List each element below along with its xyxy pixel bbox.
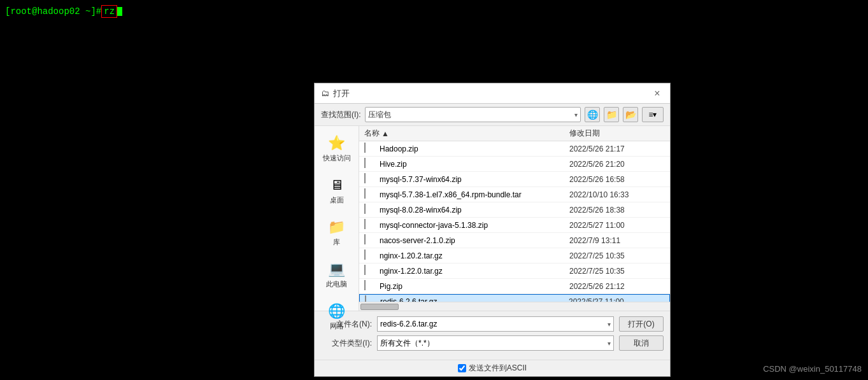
- file-date-mysql-connector: 2022/5/27 11:00: [569, 221, 665, 230]
- dialog-titlebar: 🗂 打开 ×: [315, 83, 670, 104]
- header-name: 名称 ▲: [364, 128, 569, 139]
- file-name-nacos: nacos-server-2.1.0.zip: [380, 236, 569, 245]
- library-icon: 📁: [328, 219, 345, 236]
- file-icon-pig: [364, 281, 376, 292]
- up-icon: 📁: [606, 109, 617, 120]
- file-row-mysql57win[interactable]: mysql-5.7.37-winx64.zip 2022/5/26 16:58: [359, 172, 670, 187]
- dialog-sidebar: ⭐ 快速访问 🖥 桌面 📁 库 💻 此电脑 🌐 网络: [315, 126, 359, 311]
- file-row-hive[interactable]: Hive.zip 2022/5/26 21:20: [359, 157, 670, 172]
- toolbar-new-folder-btn[interactable]: 📂: [623, 107, 638, 122]
- file-row-mysql80[interactable]: mysql-8.0.28-winx64.zip 2022/5/26 18:38: [359, 202, 670, 218]
- cancel-button[interactable]: 取消: [619, 335, 664, 351]
- horizontal-scrollbar[interactable]: [359, 302, 670, 311]
- file-icon-nginx120: [364, 250, 376, 262]
- file-row-mysql-connector[interactable]: mysql-connector-java-5.1.38.zip 2022/5/2…: [359, 218, 670, 233]
- filetype-value: 所有文件（*.*）: [380, 338, 608, 349]
- dialog-content: ⭐ 快速访问 🖥 桌面 📁 库 💻 此电脑 🌐 网络: [315, 126, 670, 311]
- dialog-footer: 发送文件到ASCII: [315, 360, 670, 376]
- open-button[interactable]: 打开(O): [619, 316, 664, 332]
- quickaccess-icon: ⭐: [328, 135, 345, 151]
- dialog-overlay: 🗂 打开 × 查找范围(I): 压缩包 ▾ 🌐 📁 📂 ≡▾: [0, 0, 868, 380]
- filename-label: 文件名(N):: [321, 319, 372, 330]
- desktop-icon: 🖥: [330, 177, 344, 194]
- toolbar-path-text: 压缩包: [368, 109, 574, 120]
- file-date-hive: 2022/5/26 21:20: [569, 160, 665, 169]
- file-dialog: 🗂 打开 × 查找范围(I): 压缩包 ▾ 🌐 📁 📂 ≡▾: [314, 83, 671, 377]
- file-name-mysql-connector: mysql-connector-java-5.1.38.zip: [380, 221, 569, 230]
- file-date-hadoop: 2022/5/26 21:17: [569, 144, 665, 153]
- file-row-nacos[interactable]: nacos-server-2.1.0.zip 2022/7/9 13:11: [359, 233, 670, 248]
- file-date-pig: 2022/5/26 21:12: [569, 282, 665, 291]
- network-icon: 🌐: [328, 303, 345, 320]
- file-name-redis: redis-6.2.6.tar.gz: [380, 297, 569, 302]
- file-icon-hive: [364, 158, 376, 170]
- filename-dropdown-arrow: ▾: [608, 321, 611, 328]
- toolbar-back-btn[interactable]: 🌐: [585, 107, 600, 122]
- new-folder-icon: 📂: [625, 109, 636, 120]
- file-name-mysql80: mysql-8.0.28-winx64.zip: [380, 206, 569, 215]
- file-date-mysql80: 2022/5/26 18:38: [569, 206, 665, 215]
- file-icon-mysql57rpm: [364, 189, 376, 201]
- toolbar-up-btn[interactable]: 📁: [604, 107, 619, 122]
- dialog-title-text: 打开: [333, 88, 350, 99]
- dialog-title: 🗂 打开: [321, 88, 350, 99]
- file-row-pig[interactable]: Pig.zip 2022/5/26 21:12: [359, 279, 670, 294]
- ascii-checkbox-text: 发送文件到ASCII: [469, 363, 527, 374]
- file-date-nginx122: 2022/7/25 10:35: [569, 267, 665, 276]
- sidebar-item-desktop[interactable]: 🖥 桌面: [318, 174, 356, 208]
- filetype-dropdown-arrow: ▾: [608, 340, 611, 347]
- dialog-toolbar: 查找范围(I): 压缩包 ▾ 🌐 📁 📂 ≡▾: [315, 104, 670, 126]
- thispc-icon: 💻: [328, 261, 345, 278]
- file-date-redis: 2022/5/27 11:00: [569, 297, 664, 302]
- filetype-input[interactable]: 所有文件（*.*） ▾: [377, 335, 614, 351]
- file-name-pig: Pig.zip: [380, 282, 569, 291]
- filename-row: 文件名(N): redis-6.2.6.tar.gz ▾ 打开(O): [321, 316, 664, 332]
- file-name-nginx120: nginx-1.20.2.tar.gz: [380, 251, 569, 260]
- ascii-checkbox-label[interactable]: 发送文件到ASCII: [458, 363, 527, 374]
- file-icon-nginx122: [364, 265, 376, 277]
- file-icon-hadoop: [364, 143, 376, 155]
- sidebar-label-desktop: 桌面: [330, 195, 344, 205]
- file-name-nginx122: nginx-1.22.0.tar.gz: [380, 267, 569, 276]
- sidebar-label-library: 库: [333, 237, 340, 247]
- dialog-filelist: 名称 ▲ 修改日期 Hadoop.zip 2022/5/26 21:17 Hiv…: [359, 126, 670, 302]
- file-row-nginx122[interactable]: nginx-1.22.0.tar.gz 2022/7/25 10:35: [359, 264, 670, 279]
- header-date: 修改日期: [569, 128, 665, 139]
- hscroll-thumb[interactable]: [360, 304, 399, 310]
- file-icon-mysql-connector: [364, 220, 376, 231]
- file-row-hadoop[interactable]: Hadoop.zip 2022/5/26 21:17: [359, 141, 670, 157]
- file-row-mysql57rpm[interactable]: mysql-5.7.38-1.el7.x86_64.rpm-bundle.tar…: [359, 187, 670, 202]
- filetype-label: 文件类型(I):: [321, 338, 372, 349]
- file-name-hadoop: Hadoop.zip: [380, 144, 569, 153]
- file-date-nacos: 2022/7/9 13:11: [569, 236, 665, 245]
- file-name-mysql57rpm: mysql-5.7.38-1.el7.x86_64.rpm-bundle.tar: [380, 190, 569, 199]
- file-icon-mysql57win: [364, 174, 376, 185]
- dialog-bottom: 文件名(N): redis-6.2.6.tar.gz ▾ 打开(O) 文件类型(…: [315, 311, 670, 360]
- filelist-header: 名称 ▲ 修改日期: [359, 126, 670, 141]
- dialog-close-button[interactable]: ×: [651, 87, 664, 100]
- title-icon: 🗂: [321, 88, 329, 98]
- filename-value: redis-6.2.6.tar.gz: [380, 320, 608, 328]
- file-date-mysql57rpm: 2022/10/10 16:33: [569, 190, 665, 199]
- toolbar-label: 查找范围(I):: [321, 109, 361, 120]
- sidebar-label-quickaccess: 快速访问: [323, 153, 351, 163]
- sidebar-item-quickaccess[interactable]: ⭐ 快速访问: [318, 132, 356, 165]
- file-name-mysql57win: mysql-5.7.37-winx64.zip: [380, 175, 569, 184]
- back-icon: 🌐: [587, 109, 598, 120]
- toolbar-view-btn[interactable]: ≡▾: [642, 107, 664, 122]
- toolbar-path-arrow: ▾: [574, 111, 578, 118]
- sidebar-item-thispc[interactable]: 💻 此电脑: [318, 258, 356, 292]
- sidebar-label-thispc: 此电脑: [326, 279, 347, 289]
- ascii-checkbox[interactable]: [458, 364, 466, 372]
- file-icon-redis: [365, 296, 376, 302]
- filetype-row: 文件类型(I): 所有文件（*.*） ▾ 取消: [321, 335, 664, 351]
- sidebar-item-library[interactable]: 📁 库: [318, 216, 356, 250]
- file-row-redis[interactable]: redis-6.2.6.tar.gz 2022/5/27 11:00: [359, 294, 670, 302]
- view-icon: ≡▾: [648, 110, 657, 119]
- file-row-nginx120[interactable]: nginx-1.20.2.tar.gz 2022/7/25 10:35: [359, 248, 670, 264]
- filename-input[interactable]: redis-6.2.6.tar.gz ▾: [377, 316, 614, 332]
- file-icon-nacos: [364, 235, 376, 246]
- toolbar-path-dropdown[interactable]: 压缩包 ▾: [365, 107, 581, 122]
- file-icon-mysql80: [364, 204, 376, 216]
- file-name-hive: Hive.zip: [380, 160, 569, 169]
